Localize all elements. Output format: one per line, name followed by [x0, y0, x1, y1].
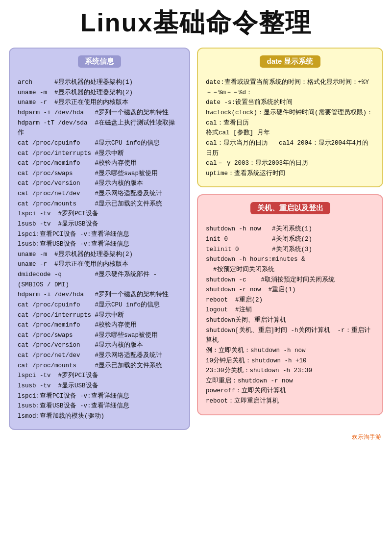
content-row: 系统信息 arch #显示机器的处理器架构(1) uname -m #显示机器的… — [9, 48, 383, 430]
date-card: date 显示系统 date:查看或设置当前系统的时间：格式化显示时间：+%Y－… — [197, 48, 383, 187]
page-title: Linux基础命令整理 — [9, 9, 383, 37]
page-container: Linux基础命令整理 系统信息 arch #显示机器的处理器架构(1) una… — [0, 0, 392, 533]
right-column: date 显示系统 date:查看或设置当前系统的时间：格式化显示时间：+%Y－… — [197, 48, 383, 415]
date-header: date 显示系统 — [260, 55, 320, 68]
sysinfo-card: 系统信息 arch #显示机器的处理器架构(1) uname -m #显示机器的… — [9, 48, 190, 430]
watermark: 欢乐淘手游 — [9, 433, 383, 441]
date-header-wrap: date 显示系统 — [206, 55, 374, 73]
sysinfo-content: arch #显示机器的处理器架构(1) uname -m #显示机器的处理器架构… — [18, 77, 181, 421]
sysinfo-header-wrap: 系统信息 — [18, 55, 181, 73]
shutdown-header: 关机、重启以及登出 — [250, 202, 330, 214]
shutdown-header-wrap: 关机、重启以及登出 — [206, 202, 374, 219]
shutdown-card: 关机、重启以及登出 shutdown -h now #关闭系统(1) init … — [197, 194, 383, 415]
shutdown-content: shutdown -h now #关闭系统(1) init 0 #关闭系统(2)… — [206, 224, 374, 406]
sysinfo-header: 系统信息 — [78, 55, 121, 68]
left-column: 系统信息 arch #显示机器的处理器架构(1) uname -m #显示机器的… — [9, 48, 190, 430]
date-content: date:查看或设置当前系统的时间：格式化显示时间：+%Y－－%m－－%d： d… — [206, 77, 374, 178]
title-section: Linux基础命令整理 — [9, 9, 383, 37]
